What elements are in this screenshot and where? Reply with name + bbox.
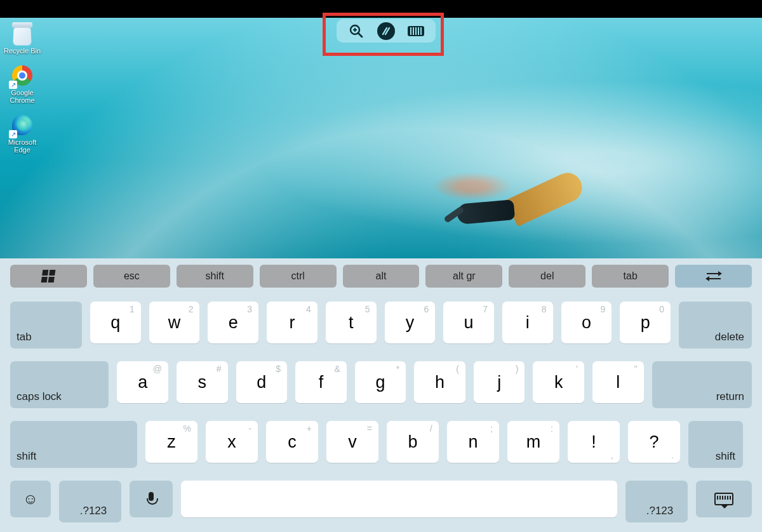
- microphone-icon: [147, 492, 156, 506]
- key-exclaim[interactable]: !,: [568, 421, 620, 463]
- keyboard-icon: [408, 26, 424, 36]
- del-key[interactable]: del: [509, 265, 585, 288]
- alt-key[interactable]: alt: [343, 265, 420, 288]
- capslock-key[interactable]: caps lock: [10, 361, 109, 408]
- key-u[interactable]: 7u: [443, 302, 494, 343]
- on-screen-keyboard: esc shift ctrl alt alt gr del tab tab 1q…: [0, 258, 762, 532]
- remote-windows-desktop[interactable]: Recycle Bin ↗ Google Chrome ↗ Microsoft …: [0, 18, 762, 258]
- remote-connection-icon: [381, 26, 391, 36]
- desktop-icon-edge[interactable]: ↗ Microsoft Edge: [3, 113, 42, 154]
- function-key-row: esc shift ctrl alt alt gr del tab: [0, 258, 762, 295]
- key-i[interactable]: 8i: [502, 302, 553, 343]
- key-row-4: ☺ .?123 .?123: [0, 481, 762, 522]
- key-k[interactable]: 'k: [533, 361, 584, 403]
- desktop-icon-chrome[interactable]: ↗ Google Chrome: [3, 63, 42, 104]
- windows-logo-icon: [41, 270, 56, 283]
- key-a[interactable]: @a: [117, 361, 168, 403]
- shift-right-key[interactable]: shift: [688, 421, 743, 468]
- key-b[interactable]: /b: [387, 421, 439, 463]
- key-q[interactable]: 1q: [90, 302, 141, 343]
- hide-keyboard-icon: [714, 493, 733, 505]
- key-row-3: shift %z -x +c =v /b ;n :m !, ?. shift: [0, 421, 762, 468]
- zoom-button[interactable]: [347, 22, 365, 40]
- shift-fn-key[interactable]: shift: [177, 265, 253, 288]
- key-s[interactable]: #s: [177, 361, 228, 403]
- key-question[interactable]: ?.: [628, 421, 680, 463]
- key-t[interactable]: 5t: [326, 302, 377, 343]
- windows-key[interactable]: [10, 265, 87, 288]
- icon-label: Recycle Bin: [4, 47, 41, 55]
- esc-key[interactable]: esc: [93, 265, 170, 288]
- dictation-key[interactable]: [130, 481, 173, 517]
- wallpaper-diver: [457, 176, 591, 234]
- key-row-2: caps lock @a #s $d &f *g (h )j 'k "l ret…: [0, 361, 762, 408]
- key-w[interactable]: 2w: [149, 302, 200, 343]
- key-p[interactable]: 0p: [620, 302, 671, 343]
- recycle-bin-icon: [10, 22, 34, 46]
- altgr-key[interactable]: alt gr: [425, 265, 502, 288]
- keyboard-toggle-button[interactable]: [407, 22, 425, 40]
- key-l[interactable]: "l: [592, 361, 644, 403]
- zoom-in-icon: [349, 23, 364, 39]
- key-g[interactable]: *g: [355, 361, 406, 403]
- shift-left-key[interactable]: shift: [10, 421, 137, 468]
- return-key[interactable]: return: [652, 361, 752, 408]
- connection-button[interactable]: [377, 22, 395, 40]
- emoji-icon: ☺: [23, 490, 39, 508]
- key-y[interactable]: 6y: [385, 302, 436, 343]
- tab-key[interactable]: tab: [10, 302, 82, 349]
- remote-desktop-screen: Recycle Bin ↗ Google Chrome ↗ Microsoft …: [0, 0, 762, 532]
- icon-label: Microsoft Edge: [3, 138, 42, 154]
- numeric-layout-key-right[interactable]: .?123: [625, 481, 688, 522]
- numeric-layout-key-left[interactable]: .?123: [59, 481, 121, 522]
- key-row-1: tab 1q 2w 3e 4r 5t 6y 7u 8i 9o 0p delete: [0, 302, 762, 349]
- key-e[interactable]: 3e: [208, 302, 258, 343]
- emoji-key[interactable]: ☺: [10, 481, 51, 517]
- swap-key[interactable]: [675, 265, 752, 288]
- swap-arrows-icon: [707, 272, 721, 281]
- delete-key[interactable]: delete: [679, 302, 752, 349]
- device-status-bar: [0, 0, 762, 18]
- key-j[interactable]: )j: [474, 361, 525, 403]
- key-r[interactable]: 4r: [267, 302, 318, 343]
- svg-line-1: [358, 33, 362, 37]
- key-o[interactable]: 9o: [561, 302, 612, 343]
- space-key[interactable]: [181, 481, 617, 517]
- chrome-icon: ↗: [10, 63, 34, 88]
- remote-session-toolbar: [337, 19, 436, 43]
- desktop-icons: Recycle Bin ↗ Google Chrome ↗ Microsoft …: [3, 22, 42, 154]
- desktop-icon-recycle-bin[interactable]: Recycle Bin: [3, 22, 42, 55]
- dismiss-keyboard-key[interactable]: [696, 481, 752, 517]
- key-z[interactable]: %z: [145, 421, 197, 463]
- key-h[interactable]: (h: [414, 361, 465, 403]
- ctrl-key[interactable]: ctrl: [260, 265, 337, 288]
- edge-icon: ↗: [10, 113, 34, 137]
- icon-label: Google Chrome: [3, 89, 42, 104]
- key-f[interactable]: &f: [295, 361, 347, 403]
- tab-fn-key[interactable]: tab: [592, 265, 669, 288]
- key-n[interactable]: ;n: [447, 421, 499, 463]
- key-x[interactable]: -x: [206, 421, 258, 463]
- key-m[interactable]: :m: [507, 421, 559, 463]
- key-c[interactable]: +c: [266, 421, 318, 463]
- key-d[interactable]: $d: [236, 361, 288, 403]
- key-v[interactable]: =v: [326, 421, 378, 463]
